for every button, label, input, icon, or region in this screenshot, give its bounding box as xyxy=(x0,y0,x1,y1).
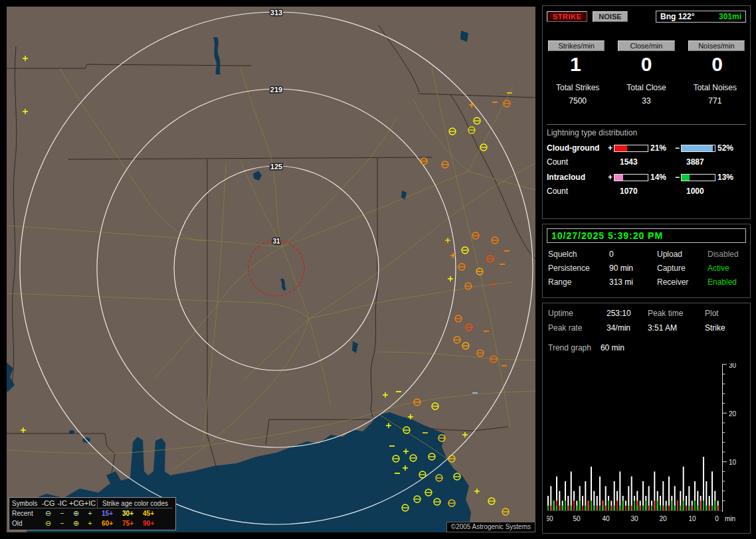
plot-label: Plot xyxy=(705,309,745,318)
total-close-label: Total Close xyxy=(615,83,677,92)
x-unit-label: min xyxy=(725,515,735,522)
age-code: 75+ xyxy=(118,518,138,528)
y-tick-20: 20 xyxy=(729,410,737,418)
total-close-value: 33 xyxy=(615,96,677,106)
ring-label-31: 31 xyxy=(272,238,280,245)
minus-sign: − xyxy=(674,143,681,153)
plus-icon: + xyxy=(83,508,97,518)
uptime-value: 253:10 xyxy=(607,309,648,318)
minus-sign: − xyxy=(674,173,681,182)
age-code: 45+ xyxy=(138,508,159,518)
peak-rate-label: Peak rate xyxy=(548,323,607,333)
noises-per-min-button[interactable]: Noises/min xyxy=(688,40,745,51)
legend-col-neg-cg: -CG xyxy=(41,499,55,508)
plot-value: Strike xyxy=(705,323,745,333)
stats-grid: Uptime 253:10 Peak time Plot Peak rate 3… xyxy=(547,307,746,333)
x-tick-20: 20 xyxy=(659,515,667,522)
x-tick-0: 0 xyxy=(715,515,719,522)
age-code: 60+ xyxy=(97,518,118,528)
cg-negative-count: 3887 xyxy=(680,157,746,167)
noises-per-min-value: 0 xyxy=(688,54,746,75)
lightning-map[interactable]: 313 219 125 31 Symbols -CG -IC +CG +IC S… xyxy=(7,7,535,532)
strikes-per-min-button[interactable]: Strikes/min xyxy=(548,40,605,51)
ic-negative-bar xyxy=(681,174,715,181)
ic-positive-pct: 14% xyxy=(648,173,674,182)
legend-col-pos-ic: +IC xyxy=(83,499,97,508)
legend-symbols-label: Symbols xyxy=(12,499,41,508)
upload-label: Upload xyxy=(657,250,708,259)
trend-graph-label-row: Trend graph 60 min xyxy=(547,343,746,352)
cg-negative-bar xyxy=(681,145,715,152)
minus-icon: − xyxy=(55,518,69,528)
intracloud-row: Intracloud + 14% − 13% xyxy=(547,173,746,182)
range-value: 313 mi xyxy=(609,277,657,287)
trend-graph: 30 20 10 60 50 40 30 20 10 0 min xyxy=(547,363,746,529)
cloud-ground-row: Cloud-ground + 21% − 52% xyxy=(547,143,746,153)
capture-status: Active xyxy=(708,264,745,273)
total-strikes-value: 7500 xyxy=(547,96,609,106)
peak-rate-value: 34/min xyxy=(607,323,648,333)
status-section: 10/27/2025 5:39:20 PM Squelch 0 Upload D… xyxy=(542,224,751,298)
ring-label-125: 125 xyxy=(270,163,282,171)
x-tick-30: 30 xyxy=(630,515,638,522)
circle-plus-icon: ⊕ xyxy=(69,518,83,528)
legend-col-neg-ic: -IC xyxy=(55,499,69,508)
trend-graph-canvas: 30 20 10 60 50 40 30 20 10 0 min xyxy=(547,363,747,528)
persistence-value: 90 min xyxy=(609,264,657,273)
symbol-legend: Symbols -CG -IC +CG +IC Strike age color… xyxy=(9,497,176,530)
cg-positive-bar xyxy=(614,145,648,152)
copyright-notice: ©2005 Astrogenic Systems xyxy=(446,522,535,532)
trend-window-value: 60 min xyxy=(601,343,624,352)
close-per-min-button[interactable]: Close/min xyxy=(618,40,674,51)
close-per-min-value: 0 xyxy=(618,54,676,75)
total-noises-label: Total Noises xyxy=(684,83,746,92)
app-window: 313 219 125 31 Symbols -CG -IC +CG +IC S… xyxy=(0,0,756,539)
noise-mode-button[interactable]: NOISE xyxy=(593,11,627,22)
legend-header: Symbols -CG -IC +CG +IC Strike age color… xyxy=(12,499,173,508)
ic-negative-count: 1000 xyxy=(680,187,746,196)
x-tick-10: 10 xyxy=(688,515,696,522)
legend-col-pos-cg: +CG xyxy=(69,499,83,508)
cg-positive-count: 1543 xyxy=(613,157,680,167)
y-tick-30: 30 xyxy=(729,363,737,369)
strikes-per-min-value: 1 xyxy=(547,54,605,75)
legend-row-old: Old ⊖ − ⊕ + 60+ 75+ 90+ xyxy=(12,518,173,528)
cg-positive-pct: 21% xyxy=(648,143,674,153)
uptime-label: Uptime xyxy=(548,309,607,318)
age-code: 15+ xyxy=(97,508,118,518)
strike-mode-button[interactable]: STRIKE xyxy=(547,11,587,22)
cloud-ground-counts: Count 1543 3887 xyxy=(547,157,746,167)
status-panel: STRIKE NOISE Bng 122° 301mi Strikes/min … xyxy=(542,5,751,534)
bearing-value: Bng 122° xyxy=(660,12,694,21)
age-code: 30+ xyxy=(118,508,138,518)
x-tick-60: 60 xyxy=(547,515,553,522)
range-label: Range xyxy=(548,277,609,287)
persistence-label: Persistence xyxy=(548,264,609,273)
trend-section: Uptime 253:10 Peak time Plot Peak rate 3… xyxy=(542,303,751,534)
bearing-range: 301mi xyxy=(719,12,741,21)
circle-minus-icon: ⊖ xyxy=(41,518,55,528)
settings-grid: Squelch 0 Upload Disabled Persistence 90… xyxy=(547,250,746,287)
capture-label: Capture xyxy=(657,264,708,273)
ic-negative-pct: 13% xyxy=(715,173,739,182)
x-tick-40: 40 xyxy=(602,515,610,522)
map-canvas: 313 219 125 31 xyxy=(7,7,535,532)
age-code: 90+ xyxy=(138,518,159,528)
intracloud-counts: Count 1070 1000 xyxy=(547,187,746,196)
legend-age-title: Strike age color codes xyxy=(97,499,173,508)
plus-icon: + xyxy=(83,518,97,528)
plus-sign: + xyxy=(607,173,614,182)
squelch-value: 0 xyxy=(609,250,657,259)
bearing-readout: Bng 122° 301mi xyxy=(656,11,746,23)
squelch-label: Squelch xyxy=(548,250,609,259)
total-noises-value: 771 xyxy=(684,96,746,106)
distribution-title: Lightning type distribution xyxy=(547,128,746,137)
trend-bars-layer xyxy=(548,457,718,510)
receiver-status: Enabled xyxy=(708,277,745,287)
strike-counters-section: STRIKE NOISE Bng 122° 301mi Strikes/min … xyxy=(542,5,751,219)
legend-row-recent: Recent ⊖ − ⊕ + 15+ 30+ 45+ xyxy=(12,508,173,518)
x-tick-50: 50 xyxy=(573,515,581,522)
ic-positive-count: 1070 xyxy=(613,187,680,196)
y-axis-ticks xyxy=(722,364,727,501)
ic-positive-bar xyxy=(614,174,648,181)
